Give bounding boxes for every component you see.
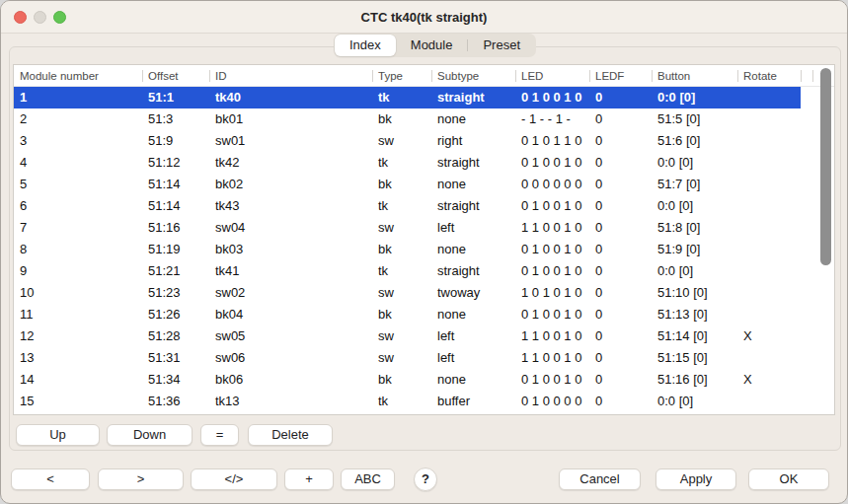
table-cell: 51:9 [0] xyxy=(652,239,737,260)
table-cell: left xyxy=(431,347,515,369)
table-header-row: Module number Offset ID Type Subtype LED… xyxy=(14,65,834,87)
table-cell: sw xyxy=(372,347,431,369)
table-cell: 0 1 0 1 1 0 xyxy=(515,130,589,152)
table-cell: sw04 xyxy=(209,217,372,239)
table-cell: 0 xyxy=(589,130,652,152)
table-cell: 9 xyxy=(14,260,142,282)
table-cell: 11 xyxy=(14,304,142,325)
table-row[interactable]: 1351:31sw06swleft1 1 0 0 1 0051:15 [0] xyxy=(14,347,834,369)
table-row[interactable]: 1551:36tk13tkbuffer0 1 0 0 0 000:0 [0] xyxy=(14,391,834,412)
table-cell: tk xyxy=(372,87,431,108)
table-row[interactable]: 751:16sw04swleft1 1 0 0 1 0051:8 [0] xyxy=(14,217,834,239)
column-header-ledf[interactable]: LEDF xyxy=(589,65,652,86)
column-header-module-number[interactable]: Module number xyxy=(14,65,142,86)
table-cell: 51:8 [0] xyxy=(652,217,737,239)
table-cell: 51:9 xyxy=(142,130,209,152)
table-cell: 51:1 xyxy=(142,87,209,108)
table-row[interactable]: 851:19bk03bknone0 1 0 0 1 0051:9 [0] xyxy=(14,239,834,260)
table-row[interactable]: 1451:34bk06bknone0 1 0 0 1 0051:16 [0]X xyxy=(14,369,834,391)
cancel-button[interactable]: Cancel xyxy=(559,468,641,490)
table-cell: 51:14 xyxy=(142,195,209,217)
column-header-id[interactable]: ID xyxy=(209,65,372,86)
table-cell: sw xyxy=(372,130,431,152)
table-cell: left xyxy=(431,217,515,239)
table-cell: 0 xyxy=(589,304,652,325)
table-cell: 51:19 xyxy=(142,239,209,260)
column-header-subtype[interactable]: Subtype xyxy=(431,65,515,86)
module-table[interactable]: Module number Offset ID Type Subtype LED… xyxy=(13,64,835,415)
table-cell: sw01 xyxy=(209,130,372,152)
table-row[interactable]: 1251:28sw05swleft1 1 0 0 1 0051:14 [0]X xyxy=(14,325,834,347)
table-cell: 51:6 [0] xyxy=(652,130,737,152)
delete-button[interactable]: Delete xyxy=(248,424,333,446)
table-cell: straight xyxy=(431,152,515,174)
table-cell: tk41 xyxy=(209,260,372,282)
table-cell xyxy=(737,87,801,108)
column-header-button[interactable]: Button xyxy=(652,65,737,86)
table-cell: 14 xyxy=(14,369,142,391)
table-row[interactable]: 551:14bk02bknone0 0 0 0 0 0051:7 [0] xyxy=(14,174,834,195)
table-row[interactable]: 451:12tk42tkstraight0 1 0 0 1 000:0 [0] xyxy=(14,152,834,174)
ok-button[interactable]: OK xyxy=(748,468,829,490)
table-cell: straight xyxy=(431,87,515,108)
table-row[interactable]: 1151:26bk04bknone0 1 0 0 1 0051:13 [0] xyxy=(14,304,834,325)
table-row[interactable]: 251:3bk01bknone- 1 - - 1 -051:5 [0] xyxy=(14,108,834,130)
table-cell: bk03 xyxy=(209,239,372,260)
column-header-rotate[interactable]: Rotate xyxy=(737,65,801,86)
help-button[interactable]: ? xyxy=(414,468,437,491)
table-cell: 7 xyxy=(14,217,142,239)
table-cell: twoway xyxy=(431,282,515,304)
title-bar[interactable]: CTC tk40(tk straight) xyxy=(1,1,847,34)
vertical-scrollbar-thumb[interactable] xyxy=(820,68,831,265)
table-cell: X xyxy=(737,325,801,347)
table-cell: none xyxy=(431,369,515,391)
tab-module[interactable]: Module xyxy=(396,35,468,56)
table-body: 151:1tk40tkstraight0 1 0 0 1 000:0 [0]25… xyxy=(14,87,834,412)
tab-bar: Index Module Preset xyxy=(334,34,536,57)
code-button[interactable]: </> xyxy=(191,468,277,490)
table-cell: bk xyxy=(372,174,431,195)
abc-button[interactable]: ABC xyxy=(341,468,395,490)
table-cell: 51:16 [0] xyxy=(652,369,737,391)
table-cell: 51:23 xyxy=(142,282,209,304)
add-button[interactable]: + xyxy=(284,468,334,490)
tab-preset[interactable]: Preset xyxy=(468,35,535,56)
down-button[interactable]: Down xyxy=(107,424,193,446)
table-row[interactable]: 651:14tk43tkstraight0 1 0 0 1 000:0 [0] xyxy=(14,195,834,217)
table-cell-filler xyxy=(801,325,834,347)
column-header-offset[interactable]: Offset xyxy=(142,65,209,86)
column-header-led[interactable]: LED xyxy=(515,65,589,86)
apply-button[interactable]: Apply xyxy=(655,468,736,490)
up-button[interactable]: Up xyxy=(16,424,100,446)
equals-button[interactable]: = xyxy=(200,424,239,446)
table-cell: 51:26 xyxy=(142,304,209,325)
table-cell: none xyxy=(431,108,515,130)
table-row[interactable]: 951:21tk41tkstraight0 1 0 0 1 000:0 [0] xyxy=(14,260,834,282)
tab-index[interactable]: Index xyxy=(335,35,396,56)
table-cell: sw xyxy=(372,282,431,304)
table-cell: left xyxy=(431,325,515,347)
table-cell: tk xyxy=(372,391,431,412)
column-header-type[interactable]: Type xyxy=(372,65,431,86)
table-cell: 5 xyxy=(14,174,142,195)
table-cell: 0 1 0 0 1 0 xyxy=(515,239,589,260)
table-cell xyxy=(737,108,801,130)
table-row[interactable]: 151:1tk40tkstraight0 1 0 0 1 000:0 [0] xyxy=(14,87,834,108)
table-cell: 0 xyxy=(589,369,652,391)
table-cell: 51:31 xyxy=(142,347,209,369)
table-cell: 51:5 [0] xyxy=(652,108,737,130)
table-cell: sw xyxy=(372,325,431,347)
table-cell: tk40 xyxy=(209,87,372,108)
table-cell: 0:0 [0] xyxy=(652,260,737,282)
table-row[interactable]: 351:9sw01swright0 1 0 1 1 0051:6 [0] xyxy=(14,130,834,152)
table-cell: 2 xyxy=(14,108,142,130)
previous-button[interactable]: < xyxy=(11,468,90,490)
table-cell: 12 xyxy=(14,325,142,347)
table-cell: 51:3 xyxy=(142,108,209,130)
table-cell: 1 xyxy=(14,87,142,108)
next-button[interactable]: > xyxy=(98,468,184,490)
table-row[interactable]: 1051:23sw02swtwoway1 0 1 0 1 0051:10 [0] xyxy=(14,282,834,304)
table-cell: straight xyxy=(431,195,515,217)
table-cell xyxy=(737,217,801,239)
table-cell: tk xyxy=(372,195,431,217)
